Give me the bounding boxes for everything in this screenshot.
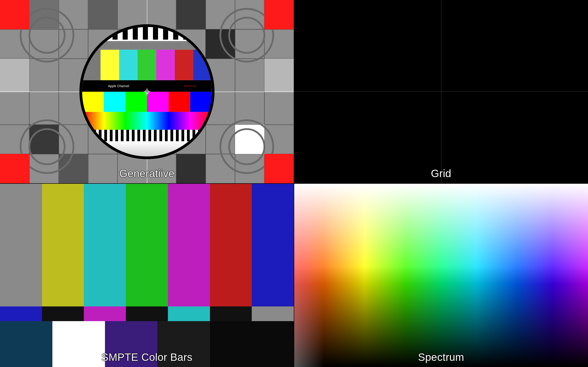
tile-generative[interactable]: Apple Channel Testcard v3.0 Generatiive: [0, 0, 294, 183]
tile-label-spectrum: Spectrum: [418, 351, 464, 363]
corner-marker-br: [264, 154, 294, 183]
svg-rect-25: [264, 59, 294, 92]
grid-center-hline: [294, 92, 588, 92]
svg-rect-24: [0, 59, 29, 92]
tile-smpte[interactable]: SMPTE Color Bars: [0, 184, 294, 367]
svg-rect-16: [88, 0, 118, 29]
tile-spectrum[interactable]: Spectrum: [294, 184, 588, 367]
spectrum-left-fade: [294, 184, 588, 367]
tile-grid[interactable]: Grid: [294, 0, 588, 183]
corner-marker-tl: [0, 0, 29, 29]
channel-name: Apple Channel: [108, 84, 129, 88]
svg-rect-21: [176, 154, 206, 183]
testcard-circle: Apple Channel Testcard v3.0: [79, 24, 214, 159]
corner-marker-bl: [0, 154, 29, 183]
pattern-selection-grid: Apple Channel Testcard v3.0 Generatiive …: [0, 0, 588, 367]
smpte-top-bars: [0, 184, 294, 307]
smpte-mid-bars: [0, 307, 294, 321]
testcard-version: Testcard v3.0: [184, 85, 196, 87]
tile-label-generative: Generatiive: [119, 167, 174, 180]
svg-rect-17: [176, 0, 206, 29]
tile-label-grid: Grid: [431, 167, 451, 180]
corner-marker-tr: [264, 0, 294, 29]
tile-label-smpte: SMPTE Color Bars: [101, 351, 192, 363]
